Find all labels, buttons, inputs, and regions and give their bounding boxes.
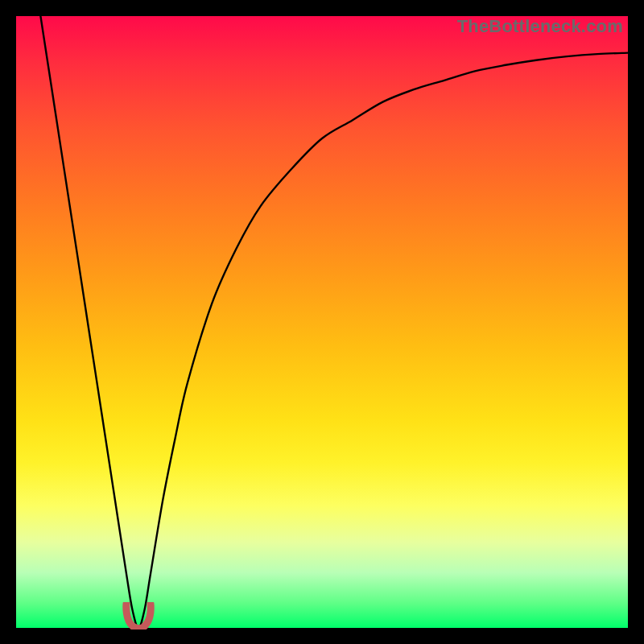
chart-frame: TheBottleneck.com (0, 0, 644, 644)
plot-area: TheBottleneck.com (16, 16, 628, 628)
bottleneck-curve (16, 16, 628, 628)
optimum-marker (122, 602, 155, 630)
watermark-label: TheBottleneck.com (457, 16, 623, 37)
